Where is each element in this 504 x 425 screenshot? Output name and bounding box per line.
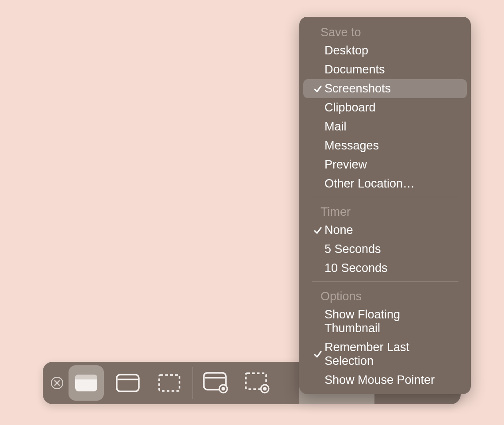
svg-rect-5 <box>159 375 179 391</box>
menu-item-label: Remember Last Selection <box>325 341 459 368</box>
menu-item-other-location[interactable]: Other Location… <box>303 174 467 193</box>
menu-item-none[interactable]: None <box>303 221 467 240</box>
menu-item-label: 10 Seconds <box>325 261 459 275</box>
menu-item-label: Screenshots <box>325 82 459 96</box>
menu-item-label: Documents <box>325 63 459 77</box>
menu-divider <box>312 281 458 282</box>
menu-item-documents[interactable]: Documents <box>303 60 467 79</box>
menu-header-timer: Timer <box>299 201 471 221</box>
capture-selection-button[interactable] <box>152 365 187 401</box>
menu-header-options: Options <box>299 285 471 305</box>
record-selection-icon <box>244 372 271 394</box>
menu-item-label: Desktop <box>325 44 459 57</box>
screen-icon <box>74 374 98 392</box>
options-menu: Save to DesktopDocumentsScreenshotsClipb… <box>299 17 471 394</box>
svg-rect-3 <box>117 375 139 391</box>
toolbar-divider <box>192 367 193 399</box>
menu-item-label: Preview <box>325 158 459 172</box>
menu-item-label: Clipboard <box>325 101 459 115</box>
check-icon <box>311 84 325 93</box>
record-entire-screen-button[interactable] <box>199 365 234 401</box>
menu-item-desktop[interactable]: Desktop <box>303 41 467 60</box>
record-mode-group <box>199 365 275 401</box>
menu-item-5-seconds[interactable]: 5 Seconds <box>303 240 467 259</box>
menu-item-show-mouse-pointer[interactable]: Show Mouse Pointer <box>303 371 467 390</box>
menu-item-screenshots[interactable]: Screenshots <box>303 79 467 98</box>
check-icon <box>311 226 325 235</box>
menu-item-label: Show Mouse Pointer <box>325 373 459 387</box>
record-screen-icon <box>203 372 229 394</box>
menu-item-10-seconds[interactable]: 10 Seconds <box>303 259 467 278</box>
menu-item-label: Messages <box>325 139 459 153</box>
record-selection-button[interactable] <box>240 365 275 401</box>
close-button[interactable] <box>51 377 63 389</box>
menu-item-label: Mail <box>325 120 459 134</box>
window-icon <box>116 374 140 392</box>
svg-point-10 <box>221 387 225 391</box>
capture-window-button[interactable] <box>110 365 145 401</box>
capture-entire-screen-button[interactable] <box>69 365 104 401</box>
menu-item-preview[interactable]: Preview <box>303 155 467 174</box>
menu-divider <box>312 197 458 197</box>
capture-mode-group <box>69 365 187 401</box>
menu-item-show-floating-thumbnail[interactable]: Show Floating Thumbnail <box>303 305 467 338</box>
menu-item-label: None <box>325 223 459 237</box>
menu-item-label: 5 Seconds <box>325 242 459 256</box>
menu-header-save-to: Save to <box>299 21 471 41</box>
close-icon <box>54 380 60 386</box>
menu-item-messages[interactable]: Messages <box>303 136 467 155</box>
menu-item-clipboard[interactable]: Clipboard <box>303 98 467 117</box>
menu-item-mail[interactable]: Mail <box>303 117 467 136</box>
check-icon <box>311 350 325 359</box>
menu-item-label: Other Location… <box>325 177 459 191</box>
svg-point-14 <box>263 387 267 391</box>
menu-item-label: Show Floating Thumbnail <box>325 308 459 335</box>
menu-item-remember-last-selection[interactable]: Remember Last Selection <box>303 338 467 371</box>
selection-icon <box>158 374 181 392</box>
svg-rect-2 <box>75 378 97 379</box>
